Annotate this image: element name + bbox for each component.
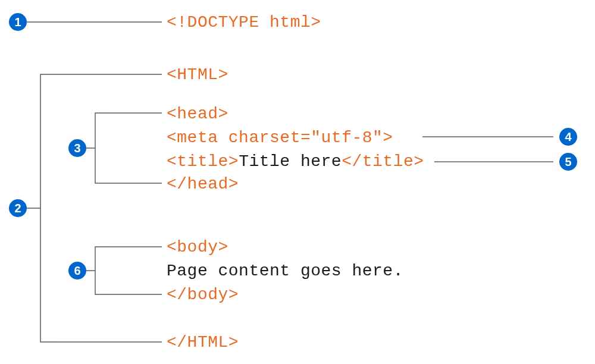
title-line: <title>Title here</title> xyxy=(167,152,424,171)
html-open-tag: <HTML> xyxy=(167,65,228,84)
callout-6: 6 xyxy=(68,262,86,280)
callout-1: 1 xyxy=(9,13,27,31)
body-open-tag: <body> xyxy=(167,238,228,256)
callout-4: 4 xyxy=(559,128,577,146)
bracket-lines xyxy=(0,0,595,364)
callout-2: 2 xyxy=(9,199,27,217)
callout-5: 5 xyxy=(559,153,577,171)
body-close-tag: </body> xyxy=(167,285,239,304)
head-close-tag: </head> xyxy=(167,175,239,193)
meta-charset-tag: <meta charset="utf-8"> xyxy=(167,128,393,147)
title-close-tag: </title> xyxy=(342,152,424,171)
callout-3: 3 xyxy=(68,139,86,157)
doctype-line: <!DOCTYPE html> xyxy=(167,13,321,32)
title-open-tag: <title> xyxy=(167,152,239,171)
title-text: Title here xyxy=(239,152,342,171)
head-open-tag: <head> xyxy=(167,105,228,123)
body-content-text: Page content goes here. xyxy=(167,262,403,280)
html-close-tag: </HTML> xyxy=(167,333,239,352)
html-structure-diagram: 1 2 3 4 5 6 <!DOCTYPE html> <HTML> <head… xyxy=(0,0,595,364)
